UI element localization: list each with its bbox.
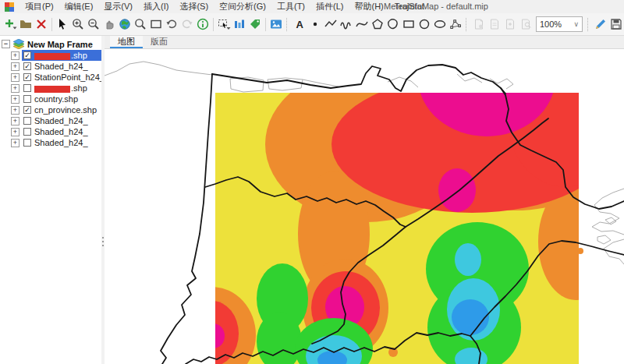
map-drawing: [105, 49, 624, 364]
select-element-button[interactable]: [55, 16, 70, 33]
layer-visibility-checkbox[interactable]: ✓: [23, 106, 31, 114]
new-ellipse-button[interactable]: [432, 16, 448, 33]
layer-label: Shaded_h24_: [34, 62, 88, 71]
map-canvas[interactable]: [105, 49, 624, 364]
layer-visibility-checkbox[interactable]: [23, 95, 31, 103]
collapse-icon[interactable]: −: [2, 40, 10, 48]
edit-vertices-button[interactable]: [448, 16, 463, 33]
menu-item[interactable]: 显示(V): [98, 0, 138, 13]
layer-row-body[interactable]: country.shp: [22, 94, 101, 104]
select-features-button[interactable]: [216, 16, 232, 33]
zoom-to-layer-button[interactable]: [133, 16, 148, 33]
layer-label: cn_province.shp: [34, 105, 97, 115]
layer-row[interactable]: +✓Shaded_h24_: [0, 61, 101, 72]
layer-row-body[interactable]: Shaded_h24_: [22, 126, 101, 137]
zoom-to-extent-button[interactable]: [148, 16, 164, 33]
expand-icon[interactable]: +: [11, 139, 20, 147]
pan-hand-icon: [102, 17, 116, 31]
layer-row-body[interactable]: ✓cn_province.shp: [22, 104, 101, 115]
app-icon: [5, 2, 14, 12]
layer-row[interactable]: +.shp: [0, 83, 101, 94]
menu-item[interactable]: 插入(I): [138, 0, 174, 13]
menu-item[interactable]: 工具(T): [271, 0, 310, 13]
measure-button[interactable]: [232, 16, 247, 33]
open-project-button[interactable]: [18, 16, 34, 33]
menu-item[interactable]: 编辑(E): [59, 0, 99, 13]
zoom-level-combo[interactable]: 100%∨: [536, 16, 583, 32]
layer-visibility-checkbox[interactable]: [23, 117, 31, 125]
toolbar-separator: [265, 18, 266, 31]
new-curve-button[interactable]: [354, 16, 370, 33]
new-text-button[interactable]: A: [292, 16, 307, 33]
layer-row[interactable]: +✓StationPoint_h24_: [0, 72, 101, 83]
menu-item[interactable]: 空间分析(G): [214, 0, 271, 13]
expand-icon[interactable]: +: [11, 95, 20, 104]
identify-button[interactable]: [195, 16, 211, 33]
add-image-button[interactable]: [268, 16, 284, 33]
toolbar-separator: [213, 18, 214, 31]
layer-row-body[interactable]: ✓Shaded_h24_: [22, 61, 101, 72]
layer-label: .shp: [34, 83, 87, 93]
layer-row[interactable]: +Shaded_h24_: [0, 115, 101, 126]
layer-visibility-checkbox[interactable]: [23, 139, 31, 147]
expand-icon[interactable]: +: [11, 128, 20, 136]
layer-label: country.shp: [34, 94, 78, 104]
layer-visibility-checkbox[interactable]: ✓: [23, 62, 31, 70]
menu-item[interactable]: 选择(S): [174, 0, 214, 13]
layer-list: +✓.shp+✓Shaded_h24_+✓StationPoint_h24_+.…: [0, 50, 101, 148]
expand-icon[interactable]: +: [11, 62, 20, 71]
layer-row[interactable]: +✓cn_province.shp: [0, 104, 101, 115]
new-freehand-button[interactable]: [339, 16, 354, 33]
layer-row[interactable]: +Shaded_h24_: [0, 126, 101, 137]
save-project-button[interactable]: [608, 16, 624, 33]
expand-icon[interactable]: +: [11, 51, 20, 60]
layer-label: Shaded_h24_: [34, 138, 88, 147]
expand-icon[interactable]: +: [11, 84, 20, 93]
expand-icon[interactable]: +: [11, 73, 20, 82]
layer-visibility-checkbox[interactable]: ✓: [23, 73, 31, 81]
splitter-grip-icon: [102, 237, 104, 249]
add-layer-button[interactable]: [2, 16, 18, 33]
new-point-button[interactable]: [307, 16, 323, 33]
pan-button[interactable]: [101, 16, 117, 33]
point-tool-icon: [308, 17, 322, 31]
menu-item[interactable]: 项目(P): [20, 0, 59, 13]
layer-row-body-selected[interactable]: ✓.shp: [22, 50, 101, 61]
view-tab[interactable]: 版面: [143, 36, 176, 48]
layer-row-body[interactable]: Shaded_h24_: [22, 137, 101, 148]
edit-layer-button[interactable]: [593, 16, 608, 33]
zoom-out-button[interactable]: [86, 16, 101, 33]
layer-row-body[interactable]: .shp: [22, 83, 101, 94]
new-polygon-button[interactable]: [370, 16, 385, 33]
layer-row[interactable]: +✓.shp: [0, 50, 101, 61]
remove-layer-button[interactable]: [34, 16, 49, 33]
layer-visibility-checkbox[interactable]: [23, 84, 31, 92]
save-icon: [609, 17, 623, 31]
menu-item[interactable]: 插件(L): [310, 0, 349, 13]
full-extent-button[interactable]: [117, 16, 133, 33]
layer-row-body[interactable]: Shaded_h24_: [22, 115, 101, 126]
new-curve-polygon-button[interactable]: [385, 16, 401, 33]
zoom-in-button[interactable]: [70, 16, 86, 33]
layout-page-setup-button: [487, 16, 502, 33]
polygon-tool-icon: [370, 17, 385, 31]
new-circle-button[interactable]: [417, 16, 432, 33]
map-frame-node[interactable]: − New Map Frame: [0, 38, 101, 50]
view-tab[interactable]: 地图: [110, 36, 143, 48]
new-polyline-button[interactable]: [323, 16, 339, 33]
layer-visibility-checkbox[interactable]: [23, 128, 31, 136]
svg-text:A: A: [296, 19, 304, 30]
expand-icon[interactable]: +: [11, 117, 20, 125]
label-button[interactable]: [247, 16, 263, 33]
zoom-in-icon: [71, 17, 85, 31]
layer-row[interactable]: +country.shp: [0, 94, 101, 104]
new-rectangle-button[interactable]: [401, 16, 417, 33]
zoom-previous-button[interactable]: [164, 16, 179, 33]
edit-vertices-icon: [448, 17, 463, 31]
layer-row-body[interactable]: ✓StationPoint_h24_: [22, 72, 105, 83]
layer-visibility-checkbox[interactable]: ✓: [23, 51, 31, 59]
expand-icon[interactable]: +: [11, 106, 20, 115]
meteoinfomap-window: { "window": { "title": "MeteoInfoMap - d…: [0, 0, 624, 364]
measure-icon: [232, 17, 246, 31]
layer-row[interactable]: +Shaded_h24_: [0, 137, 101, 148]
